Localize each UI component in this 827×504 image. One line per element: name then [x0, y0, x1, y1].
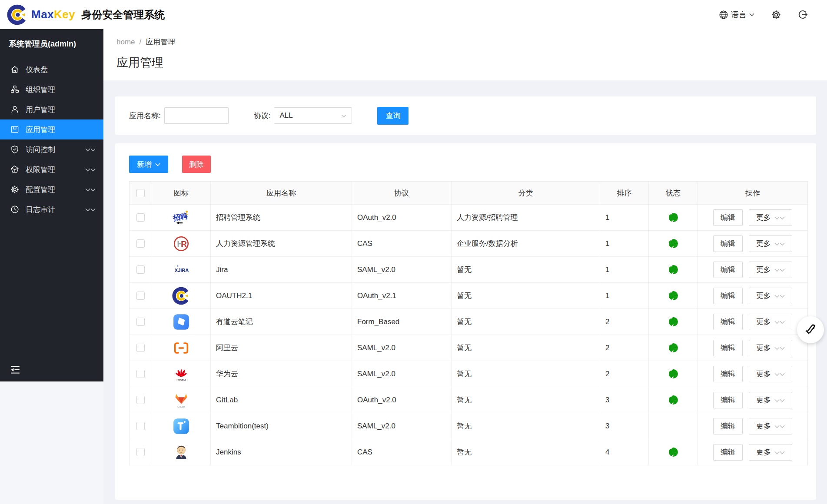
app-category: 暂无	[452, 283, 600, 308]
select-all-checkbox[interactable]	[136, 189, 145, 197]
app-name-filter-input[interactable]	[164, 107, 229, 124]
more-button[interactable]: 更多	[749, 392, 792, 408]
svg-text:XJIRA: XJIRA	[175, 267, 189, 272]
edit-button[interactable]: 编辑	[713, 288, 743, 304]
status-active-icon	[669, 317, 678, 326]
app-name: GitLab	[211, 387, 352, 413]
breadcrumb-current: 应用管理	[146, 37, 175, 47]
column-header-icon: 图标	[152, 182, 211, 204]
edit-button[interactable]: 编辑	[713, 366, 743, 382]
row-checkbox[interactable]	[136, 318, 145, 326]
column-header-category: 分类	[452, 182, 600, 204]
language-menu[interactable]: 语言	[719, 10, 754, 20]
edit-button[interactable]: 编辑	[713, 444, 743, 461]
user-icon	[10, 105, 19, 114]
sidebar-item-4[interactable]: 应用管理	[0, 119, 103, 139]
app-sort: 1	[600, 205, 649, 230]
status-active-icon	[669, 343, 678, 352]
app-protocol: OAuth_v2.0	[352, 205, 452, 230]
app-sort: 2	[600, 309, 649, 335]
more-button[interactable]: 更多	[749, 366, 792, 382]
settings-button[interactable]	[771, 10, 781, 20]
app-sort: 2	[600, 361, 649, 387]
app-category: 暂无	[452, 335, 600, 361]
protocol-filter-label: 协议:	[254, 111, 271, 121]
app-protocol: SAML_v2.0	[352, 257, 452, 282]
chevron-down-icon	[774, 318, 785, 326]
chevron-down-icon	[85, 165, 96, 174]
more-button[interactable]: 更多	[749, 340, 792, 356]
row-checkbox[interactable]	[136, 370, 145, 378]
config-icon	[10, 185, 19, 194]
app-name: 招聘管理系统	[211, 205, 352, 230]
row-checkbox[interactable]	[136, 422, 145, 430]
theme-magic-wand-button[interactable]	[797, 316, 824, 343]
chevron-down-icon	[774, 396, 785, 405]
chevron-down-icon	[341, 111, 346, 120]
edit-button[interactable]: 编辑	[713, 235, 743, 252]
logout-button[interactable]	[798, 10, 808, 20]
table-row: Jenkins CAS 暂无 4 编辑 更多	[130, 439, 807, 465]
edit-button[interactable]: 编辑	[713, 314, 743, 330]
row-checkbox[interactable]	[136, 396, 145, 404]
more-button[interactable]: 更多	[749, 288, 792, 304]
current-user-label: 系统管理员(admin)	[0, 29, 103, 53]
edit-button[interactable]: 编辑	[713, 392, 743, 408]
table-card: 新增 删除 图标 应用名称 协议 分类 排序 状态 操作 招聘 招	[115, 143, 816, 500]
sidebar-item-6[interactable]: 权限管理	[0, 159, 103, 179]
apps-table: 图标 应用名称 协议 分类 排序 状态 操作 招聘 招聘管理系统 OAuth_v…	[129, 181, 808, 465]
sidebar-item-8[interactable]: 日志审计	[0, 199, 103, 219]
more-button[interactable]: 更多	[749, 209, 792, 226]
table-row: OAUTH2.1 OAuth_v2.1 暂无 1 编辑 更多	[130, 283, 807, 309]
sidebar-item-2[interactable]: 组织管理	[0, 80, 103, 99]
app-category: 暂无	[452, 361, 600, 387]
table-row: 阿里云 SAML_v2.0 暂无 2 编辑 更多	[130, 335, 807, 361]
edit-button[interactable]: 编辑	[713, 209, 743, 226]
edit-button[interactable]: 编辑	[713, 340, 743, 356]
more-button[interactable]: 更多	[749, 235, 792, 252]
status-active-icon	[669, 213, 678, 222]
more-button[interactable]: 更多	[749, 262, 792, 278]
status-active-icon	[669, 239, 678, 248]
app-sort: 2	[600, 335, 649, 361]
search-button[interactable]: 查询	[377, 107, 409, 125]
sidebar-item-5[interactable]: 访问控制	[0, 139, 103, 159]
chevron-down-icon	[774, 422, 785, 431]
chevron-down-icon	[85, 185, 96, 194]
table-row: 有道云笔记 Form_Based 暂无 2 编辑 更多	[130, 309, 807, 335]
row-checkbox[interactable]	[136, 344, 145, 352]
logout-icon	[798, 10, 808, 20]
add-button[interactable]: 新增	[129, 156, 168, 173]
menu-fold-icon[interactable]	[10, 364, 21, 375]
breadcrumb-home[interactable]: home	[116, 38, 135, 46]
row-checkbox[interactable]	[136, 213, 145, 222]
row-checkbox[interactable]	[136, 265, 145, 274]
sidebar-item-1[interactable]: 仪表盘	[0, 60, 103, 80]
breadcrumb-separator: /	[139, 38, 142, 46]
app-name: 阿里云	[211, 335, 352, 361]
app-sort: 1	[600, 257, 649, 282]
sidebar-item-7[interactable]: 配置管理	[0, 179, 103, 199]
sidebar-footer-area	[0, 381, 103, 504]
aliyun-logo	[172, 339, 190, 357]
more-button[interactable]: 更多	[749, 444, 792, 461]
app-name: Teambition(test)	[211, 413, 352, 439]
sidebar-item-3[interactable]: 用户管理	[0, 99, 103, 119]
status-active-icon	[669, 448, 678, 457]
edit-button[interactable]: 编辑	[713, 418, 743, 434]
row-checkbox[interactable]	[136, 448, 145, 456]
app-sort: 3	[600, 387, 649, 413]
app-protocol: OAuth_v2.1	[352, 283, 452, 308]
breadcrumb: home / 应用管理	[116, 37, 827, 47]
row-checkbox[interactable]	[136, 292, 145, 300]
brand: MaxKey 身份安全管理系统	[0, 4, 165, 25]
row-checkbox[interactable]	[136, 239, 145, 248]
protocol-filter-select[interactable]: ALL	[274, 107, 352, 124]
hr-logo: HR	[172, 235, 190, 253]
column-header-actions: 操作	[698, 182, 807, 204]
more-button[interactable]: 更多	[749, 314, 792, 330]
delete-button[interactable]: 删除	[182, 156, 211, 173]
app-category: 暂无	[452, 413, 600, 439]
edit-button[interactable]: 编辑	[713, 262, 743, 278]
more-button[interactable]: 更多	[749, 418, 792, 434]
